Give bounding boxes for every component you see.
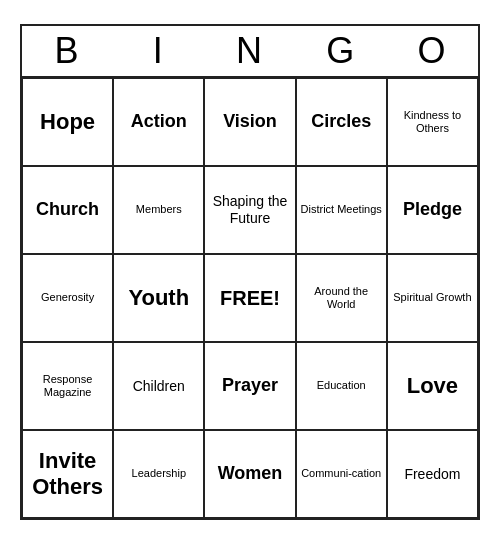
header-letter: I (113, 26, 204, 76)
header-letter: B (22, 26, 113, 76)
bingo-card: BINGO HopeActionVisionCirclesKindness to… (20, 24, 480, 520)
bingo-cell: Church (22, 166, 113, 254)
bingo-cell: Vision (204, 78, 295, 166)
bingo-cell: Action (113, 78, 204, 166)
bingo-cell: Pledge (387, 166, 478, 254)
bingo-cell: Leadership (113, 430, 204, 518)
bingo-cell: Shaping the Future (204, 166, 295, 254)
bingo-cell: Women (204, 430, 295, 518)
bingo-cell: Freedom (387, 430, 478, 518)
bingo-cell: Around the World (296, 254, 387, 342)
bingo-cell: FREE! (204, 254, 295, 342)
bingo-cell: Invite Others (22, 430, 113, 518)
bingo-cell: Spiritual Growth (387, 254, 478, 342)
bingo-cell: Education (296, 342, 387, 430)
bingo-cell: Youth (113, 254, 204, 342)
bingo-cell: Love (387, 342, 478, 430)
header-letter: N (204, 26, 295, 76)
bingo-cell: Kindness to Others (387, 78, 478, 166)
bingo-header: BINGO (22, 26, 478, 78)
bingo-grid: HopeActionVisionCirclesKindness to Other… (22, 78, 478, 518)
header-letter: O (387, 26, 478, 76)
bingo-cell: Communi-cation (296, 430, 387, 518)
bingo-cell: Prayer (204, 342, 295, 430)
bingo-cell: District Meetings (296, 166, 387, 254)
bingo-cell: Generosity (22, 254, 113, 342)
bingo-cell: Circles (296, 78, 387, 166)
bingo-cell: Members (113, 166, 204, 254)
bingo-cell: Children (113, 342, 204, 430)
bingo-cell: Response Magazine (22, 342, 113, 430)
header-letter: G (296, 26, 387, 76)
bingo-cell: Hope (22, 78, 113, 166)
